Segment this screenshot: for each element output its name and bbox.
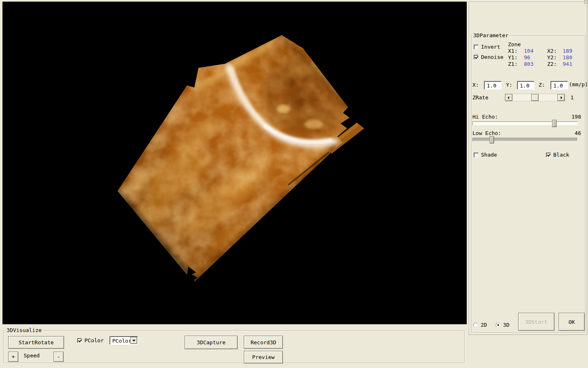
parameter-groupbox: [471, 36, 586, 333]
invert-checkbox[interactable]: [474, 45, 479, 49]
scale-z-input[interactable]: [550, 81, 568, 90]
mode-3d-radio[interactable]: [496, 323, 501, 328]
zone-y2-value: 180: [563, 55, 572, 61]
pcolor-combobox[interactable]: PColor: [109, 336, 138, 345]
mode-3d-label: 3D: [503, 322, 510, 328]
zone-x2-value: 189: [563, 48, 572, 54]
zone-y1-value: 96: [524, 55, 530, 61]
parameter-group-title: 3DParameter: [472, 33, 510, 38]
mode-2d-label: 2D: [481, 322, 487, 328]
scale-x-input[interactable]: [484, 81, 501, 90]
ok-button[interactable]: OK: [559, 313, 585, 331]
scale-y-input[interactable]: [517, 81, 535, 90]
speed-plus-button[interactable]: +: [8, 352, 18, 362]
shade-label: Shade: [481, 152, 497, 158]
zone-z1-value: 803: [524, 61, 533, 67]
mode-2d-radio[interactable]: [473, 323, 478, 328]
scale-z-label: Z:: [539, 82, 545, 88]
invert-label: Invert: [481, 44, 500, 50]
low-echo-label: Low Echo:: [472, 130, 501, 136]
low-echo-track[interactable]: [472, 138, 578, 141]
zone-z2-label: Z2:: [547, 61, 557, 67]
start3d-button[interactable]: 3DStart: [518, 313, 555, 331]
zone-title: Zone: [508, 42, 521, 47]
zrate-thumb[interactable]: [531, 94, 539, 101]
speed-minus-button[interactable]: -: [53, 352, 64, 362]
start-rotate-button[interactable]: StartRotate: [8, 336, 64, 349]
zone-x1-label: X1:: [508, 48, 517, 54]
black-checkbox[interactable]: [546, 153, 551, 157]
pcolor-combobox-value: PColor: [112, 338, 131, 344]
denoise-label: Denoise: [481, 54, 503, 60]
pcolor-checkbox[interactable]: [77, 338, 82, 343]
scale-x-label: X:: [472, 82, 479, 88]
window-corner-widget: [584, 0, 588, 4]
hi-echo-track[interactable]: [472, 121, 578, 125]
speed-label: Speed: [24, 353, 40, 359]
zone-x1-value: 104: [524, 48, 533, 54]
low-echo-thumb[interactable]: [490, 136, 494, 144]
zrate-label: ZRate: [472, 95, 488, 101]
zrate-left-arrow[interactable]: [505, 94, 512, 101]
preview-button[interactable]: Preview: [244, 351, 283, 364]
zone-z1-label: Z1:: [508, 61, 517, 67]
low-echo-value: 46: [570, 130, 581, 136]
render-viewport[interactable]: [2, 2, 467, 324]
application-window: { "colors": { "background": "#ece9d8", "…: [0, 0, 588, 368]
zone-y1-label: Y1:: [508, 55, 517, 61]
ultrasound-volume: [2, 2, 467, 324]
zrate-right-arrow[interactable]: [557, 94, 565, 101]
visualize-group-title: 3DVisualize: [5, 328, 43, 333]
pcolor-combobox-dropdown-icon[interactable]: [130, 337, 137, 344]
scale-unit-label: (mm/p): [569, 82, 588, 88]
hi-echo-value: 198: [570, 114, 581, 120]
zone-z2-value: 941: [563, 61, 572, 67]
zone-x2-label: X2:: [547, 48, 557, 54]
parameter-panel: 3DParameter Invert Denoise Zone X1: 104 …: [469, 2, 587, 335]
zrate-scrollbar[interactable]: [505, 94, 565, 101]
record-3d-button[interactable]: Record3D: [244, 336, 283, 349]
scale-y-label: Y:: [506, 82, 512, 88]
shade-checkbox[interactable]: [474, 153, 479, 157]
black-label: Black: [553, 152, 569, 158]
capture-3d-button[interactable]: 3DCapture: [185, 336, 238, 349]
denoise-checkbox[interactable]: [474, 55, 479, 60]
zrate-value: 1: [570, 95, 574, 101]
zone-y2-label: Y2:: [547, 55, 557, 61]
hi-echo-thumb[interactable]: [552, 120, 557, 127]
pcolor-label: PColor: [85, 338, 104, 343]
hi-echo-label: Hi Echo:: [472, 114, 498, 120]
